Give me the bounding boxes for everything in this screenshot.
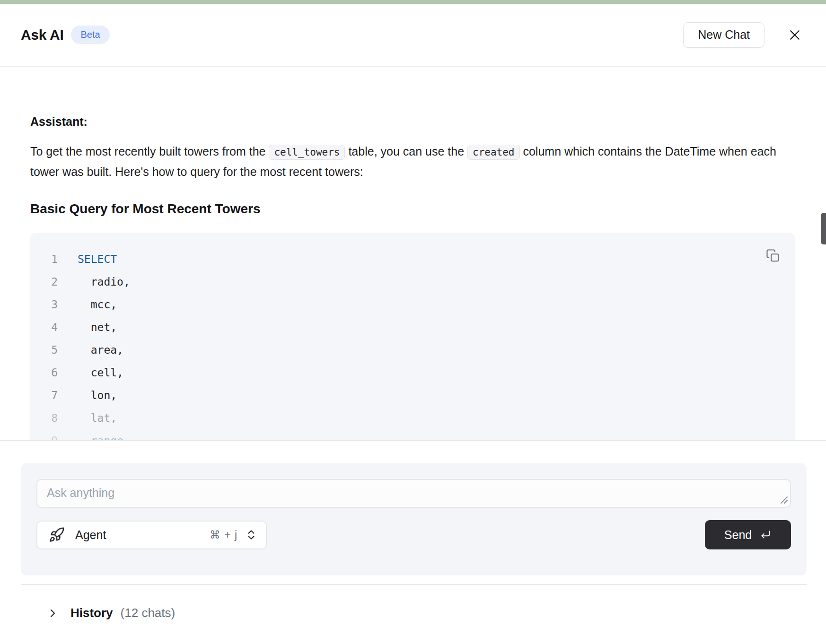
code-line: 2 radio, (30, 270, 795, 293)
line-text: SELECT (78, 253, 117, 265)
ask-ai-panel: Ask AI Beta New Chat Assistant: To get t… (0, 0, 826, 644)
close-icon (788, 28, 802, 42)
panel-title: Ask AI (21, 27, 63, 43)
code-line: 1SELECT (30, 248, 795, 270)
inline-code: created (467, 145, 520, 160)
line-text: range, (78, 435, 130, 440)
top-accent-bar (0, 0, 826, 4)
line-number: 1 (30, 253, 58, 265)
copy-code-button[interactable] (765, 248, 781, 264)
inline-code: cell_towers (269, 145, 345, 160)
code-line: 8 lat, (30, 407, 795, 429)
send-button-label: Send (724, 528, 752, 542)
composer-section: Agent ⌘ + j Send (0, 440, 826, 620)
line-number: 5 (30, 344, 58, 356)
chat-message-area: Assistant: To get the most recently buil… (0, 67, 826, 440)
history-label: History (70, 606, 113, 620)
rocket-icon (49, 527, 65, 543)
line-number: 9 (30, 435, 58, 440)
history-count: (12 chats) (121, 606, 176, 620)
sql-code-block: 1SELECT2 radio,3 mcc,4 net,5 area,6 cell… (30, 233, 795, 440)
line-text: area, (78, 344, 123, 356)
code-line: 5 area, (30, 339, 795, 361)
line-text: cell, (78, 366, 123, 379)
return-key-icon (759, 529, 772, 541)
code-line: 9 range, (30, 429, 795, 440)
code-line: 3 mcc, (30, 293, 795, 316)
new-chat-button[interactable]: New Chat (683, 22, 764, 48)
code-line: 6 cell, (30, 361, 795, 384)
code-line: 7 lon, (30, 384, 795, 407)
code-line: 4 net, (30, 316, 795, 339)
line-number: 2 (30, 276, 58, 288)
beta-badge: Beta (71, 26, 109, 44)
line-number: 7 (30, 389, 58, 401)
agent-mode-selector[interactable]: Agent ⌘ + j (36, 521, 267, 549)
line-text: lon, (78, 389, 117, 401)
header: Ask AI Beta New Chat (0, 4, 826, 66)
send-button[interactable]: Send (705, 520, 791, 549)
assistant-role-label: Assistant: (30, 115, 796, 129)
line-text: lat, (78, 412, 117, 424)
scrollbar-thumb[interactable] (821, 213, 826, 244)
line-number: 6 (30, 366, 58, 379)
line-number: 4 (30, 321, 58, 333)
assistant-paragraph: To get the most recently built towers fr… (30, 142, 796, 182)
section-heading: Basic Query for Most Recent Towers (30, 201, 796, 217)
chevrons-up-down-icon (245, 529, 257, 541)
close-button[interactable] (784, 25, 805, 45)
history-toggle[interactable]: History (12 chats) (21, 585, 807, 620)
line-text: net, (78, 321, 117, 333)
line-text: mcc, (78, 298, 117, 311)
composer-panel: Agent ⌘ + j Send (21, 463, 807, 575)
code-lines: 1SELECT2 radio,3 mcc,4 net,5 area,6 cell… (30, 248, 795, 440)
line-number: 3 (30, 298, 58, 311)
composer-row: Agent ⌘ + j Send (36, 520, 791, 549)
line-number: 8 (30, 412, 58, 424)
ask-input-wrap (36, 479, 791, 508)
agent-shortcut: ⌘ + j (210, 529, 237, 541)
chevron-right-icon (47, 608, 58, 619)
agent-mode-label: Agent (75, 528, 106, 542)
copy-icon (766, 249, 780, 263)
ask-input[interactable] (36, 479, 791, 508)
line-text: radio, (78, 276, 130, 288)
